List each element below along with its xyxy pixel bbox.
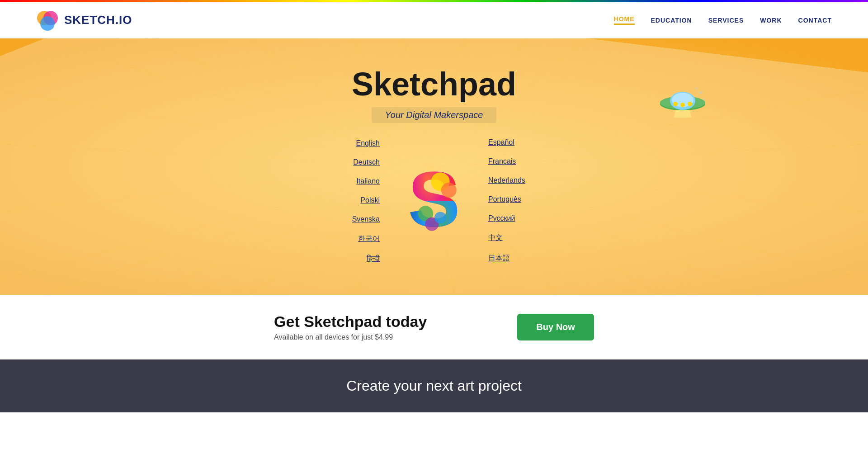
nav-home[interactable]: HOME [614,15,635,25]
nav-work[interactable]: WORK [760,17,782,24]
logo-text: SKETCH.IO [64,13,132,27]
logo-icon [36,9,59,32]
lang-hindi[interactable]: हिन्दी [358,250,389,267]
lang-portugues[interactable]: Português [479,191,530,208]
hero-section: Sketchpad Your Digital Makerspace Englis… [0,38,868,295]
svg-point-33 [680,103,685,107]
dark-section-heading: Create your next art project [18,378,850,394]
svg-point-36 [699,91,702,94]
buy-subtitle: Available on all devices for just $4.99 [274,333,427,341]
hero-title: Sketchpad [352,66,516,103]
logo-area: SKETCH.IO [36,9,132,32]
svg-point-46 [434,212,446,223]
svg-point-38 [695,87,697,89]
lang-korean[interactable]: 한국어 [349,230,389,248]
lang-espanol[interactable]: Español [479,134,524,151]
main-nav: HOME EDUCATION SERVICES WORK CONTACT [614,15,832,25]
buy-text: Get Sketchpad today Available on all dev… [274,313,427,341]
lang-francais[interactable]: Français [479,153,525,170]
buy-title: Get Sketchpad today [274,313,427,331]
svg-point-37 [703,99,705,100]
s-logo-center: S S [389,158,479,244]
svg-point-43 [441,183,457,198]
lang-japanese[interactable]: 日本語 [479,249,519,268]
lang-nederlands[interactable]: Nederlands [479,172,534,189]
lang-italiano[interactable]: Italiano [347,173,389,190]
lang-svenska[interactable]: Svenska [343,211,389,228]
ufo-decoration [656,84,710,122]
nav-contact[interactable]: CONTACT [798,17,832,24]
svg-point-34 [688,102,692,106]
lang-chinese[interactable]: 中文 [479,229,512,247]
nav-education[interactable]: EDUCATION [651,17,692,24]
buy-now-button[interactable]: Buy Now [517,314,594,340]
hero-subtitle-box: Your Digital Makerspace [372,107,497,123]
hero-subtitle: Your Digital Makerspace [385,110,483,120]
lang-english[interactable]: English [347,135,389,152]
svg-point-32 [673,102,678,106]
lang-polski[interactable]: Polski [351,192,389,209]
header: SKETCH.IO HOME EDUCATION SERVICES WORK C… [0,2,868,38]
nav-services[interactable]: SERVICES [708,17,744,24]
lang-russian[interactable]: Русский [479,210,524,227]
svg-point-2 [40,16,55,31]
dark-section: Create your next art project [0,359,868,412]
lang-deutsch[interactable]: Deutsch [344,154,389,171]
svg-marker-35 [674,110,692,118]
buy-section: Get Sketchpad today Available on all dev… [0,295,868,359]
